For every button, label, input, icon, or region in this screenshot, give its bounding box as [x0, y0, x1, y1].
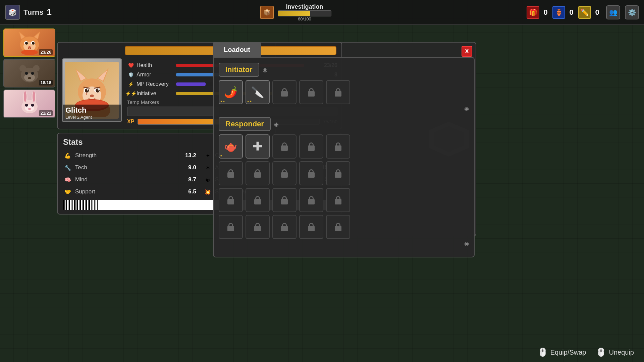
svg-point-25: [25, 104, 28, 107]
responder-scroll-down[interactable]: ◉: [464, 241, 469, 246]
equip-swap-label: Equip/Swap: [550, 349, 586, 356]
unequip-label: Unequip: [609, 349, 634, 356]
responder-slot-2[interactable]: [272, 134, 297, 159]
svg-point-13: [19, 65, 26, 72]
initiator-slot-1[interactable]: 🔪 ★ ★: [246, 80, 270, 104]
mp-icon: ⚡: [127, 80, 135, 88]
responder-slot-8[interactable]: [299, 161, 323, 185]
initiator-section: Initiator ◉ 🌶️ ★ ★ 🔪 ★ ★: [219, 63, 469, 112]
support-label: Support: [75, 188, 175, 195]
party-hp-1: 18/18: [39, 80, 53, 85]
svg-point-8: [25, 42, 28, 45]
svg-point-18: [28, 77, 31, 79]
resource-blue: 🏺 0: [552, 6, 576, 19]
svg-point-22: [24, 91, 26, 102]
resource-yellow-count: 0: [593, 8, 601, 17]
stat-tech: 🔧 Tech 9.0: [63, 163, 196, 172]
responder-slot-13[interactable]: [299, 188, 323, 212]
initiator-slot-1-stars: ★ ★: [247, 100, 252, 103]
initiator-scroll-down[interactable]: ◉: [464, 106, 469, 112]
turns-label: Turns: [23, 8, 43, 17]
resource-yellow-icon: ✏️: [578, 6, 591, 19]
party-button[interactable]: 👥: [606, 5, 620, 19]
responder-slot-4[interactable]: [326, 134, 350, 159]
responder-slot-6[interactable]: [246, 161, 270, 185]
responder-title: Responder: [219, 117, 271, 131]
party-member-2[interactable]: 21/21: [3, 89, 55, 118]
tech-value: 9.0: [178, 164, 196, 171]
responder-slot-17[interactable]: [272, 215, 297, 239]
critical-icon: ✦: [203, 151, 212, 160]
unequip-button[interactable]: 🖱️ Unequip: [596, 348, 634, 357]
responder-slot-0-icon: 🫖: [224, 140, 237, 153]
svg-point-9: [32, 42, 35, 45]
responder-slot-16[interactable]: [246, 215, 270, 239]
settings-button[interactable]: ⚙️: [625, 5, 639, 19]
resource-yellow: ✏️ 0: [578, 6, 601, 19]
responder-slot-10[interactable]: [219, 188, 243, 212]
mind-icon: 🧠: [63, 175, 72, 184]
initiator-slot-0-stars: ★ ★: [220, 100, 225, 103]
investigation-sub: 60/100: [298, 16, 311, 21]
responder-slot-14[interactable]: [326, 188, 350, 212]
responder-slot-3[interactable]: [299, 134, 323, 159]
party-hp-0: 23/26: [39, 49, 53, 55]
responder-section: Responder ◉ 🫖 ★ ✚: [219, 117, 469, 247]
responder-slot-12[interactable]: [272, 188, 297, 212]
initiator-slot-0-icon: 🌶️: [224, 86, 237, 99]
mp-bar-fill: [176, 82, 206, 86]
responder-slot-7[interactable]: [272, 161, 297, 185]
amplifier-icon: ✶: [203, 163, 212, 172]
initiator-slot-1-icon: 🔪: [251, 86, 264, 99]
xp-label: XP: [127, 119, 134, 125]
tech-label: Tech: [75, 164, 175, 171]
responder-slot-0-stars: ★: [220, 154, 222, 157]
initiator-title: Initiator: [219, 63, 259, 77]
investigation-info: Investigation 60/100: [278, 3, 331, 21]
responder-scroll-up[interactable]: ◉: [274, 121, 279, 127]
loadout-panel: Initiator ◉ 🌶️ ★ ★ 🔪 ★ ★: [213, 57, 475, 257]
initiator-scroll-up[interactable]: ◉: [263, 67, 267, 73]
loadout-tab-bar: Loadout: [213, 42, 475, 57]
investigation-icon: 📦: [260, 6, 274, 19]
responder-slot-19[interactable]: [326, 215, 350, 239]
char-name-block: Glitch Level 2 Agent: [63, 105, 121, 121]
equip-swap-icon: 🖱️: [538, 348, 548, 357]
loadout-tab[interactable]: Loadout: [213, 42, 261, 57]
responder-grid: 🫖 ★ ✚: [219, 134, 469, 239]
party-hp-2: 21/21: [39, 110, 53, 116]
stat-mind: 🧠 Mind 8.7: [63, 175, 196, 184]
initiator-slots: 🌶️ ★ ★ 🔪 ★ ★: [219, 80, 469, 104]
party-member-1[interactable]: 18/18: [3, 59, 55, 87]
health-label: Health: [137, 62, 173, 68]
responder-slot-1[interactable]: ✚: [246, 134, 270, 159]
health-icon: ❤️: [127, 62, 135, 69]
armor-icon: 🛡️: [127, 71, 135, 78]
responder-slot-0[interactable]: 🫖 ★: [219, 134, 243, 159]
char-level: Level 2 Agent: [65, 115, 118, 120]
responder-slot-15[interactable]: [219, 215, 243, 239]
turns-icon: 🎲: [5, 5, 20, 20]
initiator-slot-0[interactable]: 🌶️ ★ ★: [219, 80, 243, 104]
equip-swap-button[interactable]: 🖱️ Equip/Swap: [538, 348, 586, 357]
responder-slot-18[interactable]: [299, 215, 323, 239]
bottom-bar: 🖱️ Equip/Swap 🖱️ Unequip: [528, 343, 644, 362]
svg-point-27: [28, 108, 31, 110]
initiator-slot-4[interactable]: [326, 80, 350, 104]
initiator-slot-3[interactable]: [299, 80, 323, 104]
support-value: 6.5: [178, 188, 196, 195]
svg-point-23: [33, 91, 35, 102]
tech-icon: 🔧: [63, 163, 72, 172]
responder-slot-11[interactable]: [246, 188, 270, 212]
support-icon: 🤝: [63, 187, 72, 196]
responder-slot-9[interactable]: [326, 161, 350, 185]
party-panel: 23/26 18/18: [3, 28, 55, 118]
temp-markers-label: Temp Markers: [127, 99, 159, 105]
responder-slot-5[interactable]: [219, 161, 243, 185]
initiator-slot-2[interactable]: [272, 80, 297, 104]
party-member-0[interactable]: 23/26: [3, 28, 55, 57]
stat-support: 🤝 Support 6.5: [63, 187, 196, 196]
resource-blue-icon: 🏺: [552, 6, 565, 19]
lock-icon-4: [335, 88, 341, 97]
initiator-header: Initiator ◉: [219, 63, 469, 77]
